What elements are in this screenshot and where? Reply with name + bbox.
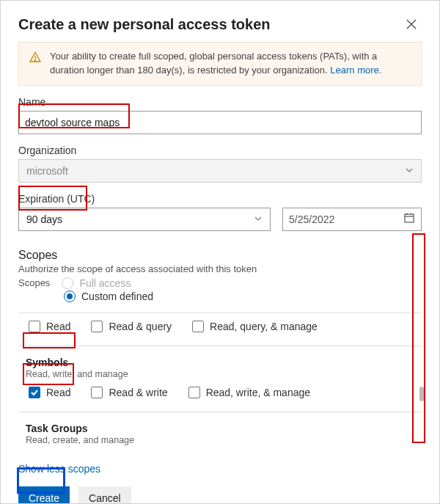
generic-scope-row: Read Read & query Read, query, & manage (18, 313, 422, 340)
radio-full-access-label: Full access (79, 277, 131, 289)
name-input[interactable] (18, 111, 422, 134)
task-groups-section: Task Groups Read, create, and manage (18, 412, 422, 453)
create-button[interactable]: Create (18, 486, 70, 504)
task-groups-sub: Read, create, and manage (26, 435, 422, 445)
close-icon (406, 18, 417, 30)
calendar-icon (403, 212, 415, 226)
scopes-section: Scopes Authorize the scope of access ass… (18, 249, 422, 475)
expiration-label: Expiration (UTC) (18, 193, 422, 205)
close-button[interactable] (401, 14, 422, 34)
dialog-header: Create a new personal access token (1, 1, 439, 42)
expiration-duration-select[interactable]: 90 days (18, 208, 271, 231)
dialog-footer: Create Cancel (1, 475, 439, 504)
banner-msg: Your ability to create full scoped, glob… (50, 51, 377, 76)
scrollbar-thumb[interactable] (419, 387, 424, 401)
restriction-banner: Your ability to create full scoped, glob… (18, 42, 422, 86)
expiration-date-input[interactable]: 5/25/2022 (282, 208, 422, 231)
opt-read-query[interactable]: Read & query (91, 321, 172, 332)
checkbox-checked (29, 387, 40, 398)
symbols-read[interactable]: Read (29, 387, 70, 398)
task-groups-title: Task Groups (26, 423, 422, 434)
scope-mode-row2: Custom defined (64, 291, 422, 302)
expiration-duration-value: 90 days (26, 213, 62, 225)
chevron-down-icon (254, 213, 263, 225)
banner-text: Your ability to create full scoped, glob… (50, 50, 411, 78)
symbols-sub: Read, write, and manage (26, 369, 422, 379)
expiration-date-value: 5/25/2022 (289, 213, 334, 225)
symbols-scope-row: Read Read & write Read, write, & manage (18, 379, 422, 406)
scope-mode-row: Scopes Full access (18, 277, 422, 289)
svg-point-4 (34, 59, 35, 60)
org-select[interactable]: microsoft (18, 159, 422, 183)
cancel-button[interactable]: Cancel (78, 486, 131, 504)
scopes-heading: Scopes (18, 249, 422, 262)
scopes-mini-label: Scopes (18, 277, 50, 288)
chevron-down-icon (405, 165, 414, 177)
symbols-section: Symbols Read, write, and manage (18, 346, 422, 379)
opt-read-query-manage[interactable]: Read, query, & manage (192, 321, 318, 332)
show-less-scopes-link[interactable]: Show less scopes (18, 463, 422, 475)
svg-rect-5 (405, 214, 414, 222)
symbols-read-write[interactable]: Read & write (91, 387, 167, 398)
org-label: Organization (18, 145, 422, 156)
opt-read[interactable]: Read (29, 321, 70, 332)
org-value: microsoft (26, 165, 68, 177)
scopes-desc: Authorize the scope of access associated… (18, 263, 422, 274)
warning-icon (29, 51, 41, 78)
radio-custom-defined[interactable] (64, 291, 76, 302)
symbols-title: Symbols (26, 357, 422, 368)
radio-full-access[interactable] (62, 277, 73, 289)
pat-dialog: Create a new personal access token Your … (0, 0, 440, 504)
symbols-read-write-manage[interactable]: Read, write, & manage (188, 387, 310, 398)
radio-custom-label: Custom defined (81, 291, 153, 302)
dialog-title: Create a new personal access token (18, 16, 271, 33)
learn-more-link[interactable]: Learn more. (330, 65, 381, 76)
name-label: Name (18, 96, 422, 108)
